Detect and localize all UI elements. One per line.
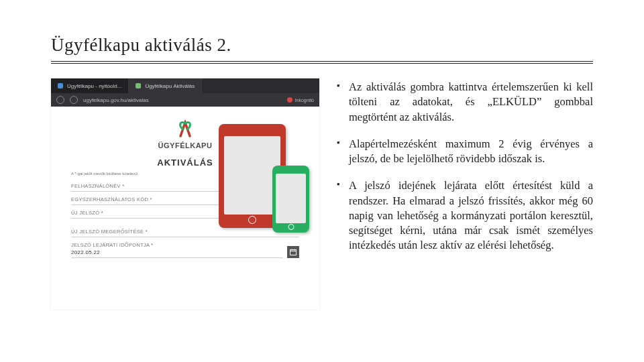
favicon-icon (58, 83, 63, 88)
bullet-item: Az aktiválás gombra kattintva értelemsze… (337, 80, 593, 125)
svg-rect-0 (290, 250, 297, 255)
calendar-button[interactable] (287, 246, 299, 258)
favicon-icon (136, 83, 141, 88)
browser-address-bar[interactable]: ugyfelkapu.gov.hu/aktivalas Inkognitó (51, 93, 319, 107)
incognito-icon (287, 97, 292, 103)
url-text: ugyfelkapu.gov.hu/aktivalas (83, 97, 149, 103)
devices-illustration (205, 117, 326, 238)
calendar-icon (290, 249, 297, 255)
expiry-value: 2022.05.22 (71, 249, 283, 255)
browser-tab-strip: Ügyfélkapu - nyitóold... Ügyfélkapu Akti… (51, 78, 319, 93)
tab-label: Ügyfélkapu - nyitóold... (67, 83, 121, 89)
title-divider (51, 61, 593, 64)
expiry-field[interactable]: JELSZÓ LEJÁRATI IDŐPONTJA * 2022.05.22 (71, 237, 283, 258)
browser-tab-1[interactable]: Ügyfélkapu - nyitóold... (51, 78, 129, 93)
expiry-label: JELSZÓ LEJÁRATI IDŐPONTJA * (71, 242, 283, 248)
bullet-item: Alapértelmezésként maximum 2 évig érvény… (337, 137, 593, 167)
back-icon[interactable] (56, 96, 64, 104)
bullet-item: A jelszó idejének lejárata előtt értesít… (337, 178, 593, 253)
browser-tab-2[interactable]: Ügyfélkapu Aktiválás (129, 78, 202, 93)
reload-icon[interactable] (70, 96, 78, 104)
slide-title: Ügyfélkapu aktiválás 2. (51, 35, 593, 56)
incognito-indicator: Inkognitó (287, 97, 314, 103)
logo-icon (174, 117, 197, 137)
browser-screenshot: Ügyfélkapu - nyitóold... Ügyfélkapu Akti… (51, 78, 319, 310)
phone-icon (272, 166, 309, 233)
bullet-list: Az aktiválás gombra kattintva értelemsze… (337, 78, 593, 310)
tab-label: Ügyfélkapu Aktiválás (145, 83, 195, 89)
